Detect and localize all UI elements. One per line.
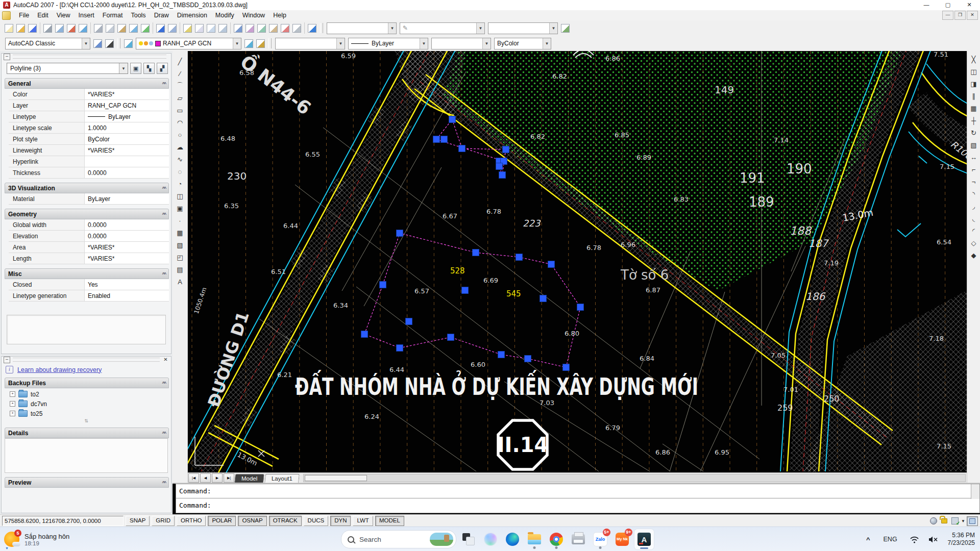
gradient-button[interactable]: ▧ [174, 239, 186, 251]
status-toggle-osnap[interactable]: OSNAP [238, 516, 266, 526]
table-style-combo[interactable]: ▼ [488, 22, 558, 34]
mynk-taskbar-button[interactable]: My Nk9+ [612, 529, 632, 549]
construction-line-button[interactable]: ∕ [174, 67, 186, 80]
menu-insert[interactable]: Insert [75, 12, 99, 19]
status-toggle-dyn[interactable]: DYN [330, 516, 351, 526]
property-value[interactable]: 0.0000 [85, 231, 169, 241]
property-value[interactable]: RANH_CAP GCN [85, 100, 169, 111]
coordinates-readout[interactable]: 575858.6200, 1216708.2700, 0.0000 [2, 516, 124, 526]
property-value[interactable]: 0.0000 [85, 219, 169, 230]
property-value[interactable]: *VARIES* [85, 253, 169, 264]
command-scrollbar[interactable] [971, 484, 979, 499]
property-row-hyperlink[interactable]: Hyperlink [9, 156, 169, 167]
property-value[interactable]: ByColor [85, 134, 169, 144]
communication-center-icon[interactable] [929, 517, 938, 525]
menu-file[interactable]: File [15, 12, 33, 19]
section-header-general[interactable]: General^^ [5, 78, 169, 89]
property-row-plot-style[interactable]: Plot styleByColor [9, 134, 169, 145]
file-sheet-icon[interactable] [2, 11, 11, 20]
open-button[interactable] [15, 22, 27, 34]
property-row-linetype-scale[interactable]: Linetype scale1.0000 [9, 122, 169, 134]
new-button[interactable] [3, 22, 15, 34]
erase-button[interactable]: ╳ [968, 53, 980, 65]
property-row-global-width[interactable]: Global width0.0000 [9, 219, 169, 231]
line-button[interactable]: ╱ [174, 55, 186, 67]
section-header-misc[interactable]: Misc^^ [5, 268, 169, 279]
property-row-material[interactable]: MaterialByLayer [9, 193, 169, 205]
backup-folder-to2[interactable]: +to2 [10, 389, 171, 399]
tray-overflow-chevron-icon[interactable]: ^ [866, 536, 870, 543]
menu-help[interactable]: Help [269, 12, 290, 19]
menu-dimension[interactable]: Dimension [173, 12, 211, 19]
status-toggle-snap[interactable]: SNAP [126, 516, 150, 526]
style-manager-button[interactable] [559, 22, 571, 34]
chrome-taskbar-button[interactable] [547, 529, 566, 549]
edge-taskbar-button[interactable] [503, 529, 522, 549]
sheet-set-button[interactable] [267, 22, 279, 34]
property-value[interactable]: ByLayer [85, 193, 169, 204]
layer-manager-button[interactable] [122, 38, 134, 49]
extend-button[interactable]: ¬ [968, 176, 980, 188]
revision-cloud-button[interactable]: ☁ [174, 141, 186, 153]
region-button[interactable]: ◰ [174, 251, 186, 263]
dim-style-combo[interactable]: ✎▼ [400, 22, 485, 34]
block-editor-button[interactable] [139, 22, 151, 34]
color-combo[interactable]: ▼ [275, 38, 345, 49]
menu-window[interactable]: Window [238, 12, 269, 19]
property-value[interactable]: 0.0000 [85, 167, 169, 178]
status-toggle-lwt[interactable]: LWT [353, 516, 373, 526]
plot-preview-button[interactable] [54, 22, 65, 34]
property-value[interactable]: *VARIES* [85, 145, 169, 156]
designcenter-button[interactable] [244, 22, 256, 34]
property-value[interactable]: ByLayer [85, 111, 169, 122]
command-window[interactable]: Command: Command: [176, 484, 980, 513]
multiline-text-button[interactable]: A [174, 276, 186, 288]
property-value[interactable] [85, 156, 169, 167]
chamfer-button[interactable]: ◜ [968, 224, 980, 237]
weather-widget[interactable]: 5 ▼ Sắp hoàng hôn 18:19 [4, 532, 96, 547]
pan-button[interactable] [182, 22, 193, 34]
properties-collapse-button[interactable]: – [4, 54, 10, 60]
section-header-3d-visualization[interactable]: 3D Visualization^^ [5, 183, 169, 193]
maximize-button[interactable]: ▢ [937, 0, 959, 10]
polyline-button[interactable]: ⌒ [174, 80, 186, 92]
status-toggle-ortho[interactable]: ORTHO [177, 516, 206, 526]
preview-header[interactable]: Preview^^ [5, 477, 169, 488]
expand-icon[interactable]: + [10, 401, 15, 407]
mdi-close-button[interactable]: ✕ [967, 11, 978, 20]
spline-button[interactable]: ∿ [174, 153, 186, 165]
property-row-linetype-generation[interactable]: Linetype generationEnabled [9, 290, 169, 302]
search-box[interactable]: Search [341, 530, 456, 548]
make-block-button[interactable]: ▣ [174, 202, 186, 214]
text-style-combo[interactable]: ▼ [327, 22, 397, 34]
mirror-button[interactable]: ◨ [968, 78, 980, 90]
menu-draw[interactable]: Draw [150, 12, 173, 19]
copy-button[interactable] [104, 22, 116, 34]
object-type-combo[interactable]: Polyline (3)▼ [7, 63, 128, 74]
close-button[interactable]: ✕ [959, 0, 980, 10]
help-button[interactable] [306, 22, 318, 34]
property-row-area[interactable]: Area*VARIES* [9, 242, 169, 253]
tab-prev-button[interactable]: ◀ [200, 473, 211, 483]
ellipse-arc-button[interactable]: ◔ [174, 178, 186, 190]
property-value[interactable]: 1.0000 [85, 122, 169, 133]
rotate-button[interactable]: ↻ [968, 127, 980, 139]
offset-button[interactable]: ∥ [968, 90, 980, 102]
property-row-layer[interactable]: LayerRANH_CAP GCN [9, 100, 169, 111]
save-button[interactable] [27, 22, 38, 34]
tab-last-button[interactable]: ▶| [224, 473, 234, 483]
horizontal-scrollbar[interactable] [303, 474, 966, 482]
status-toggle-ducs[interactable]: DUCS [304, 516, 329, 526]
circle-button[interactable]: ○ [174, 129, 186, 141]
copilot-taskbar-button[interactable] [481, 529, 500, 549]
expand-icon[interactable]: + [10, 411, 15, 416]
trim-button[interactable]: ⌐ [968, 163, 980, 176]
plot-button[interactable] [42, 22, 54, 34]
lineweight-combo[interactable]: ▼ [431, 38, 491, 49]
paste-button[interactable] [116, 22, 128, 34]
hatch-button[interactable]: ▦ [174, 227, 186, 239]
property-value[interactable]: *VARIES* [85, 89, 169, 99]
backup-folder-to25[interactable]: +to25 [10, 409, 171, 418]
clean-screen-button[interactable] [967, 516, 978, 526]
property-value[interactable]: *VARIES* [85, 242, 169, 253]
